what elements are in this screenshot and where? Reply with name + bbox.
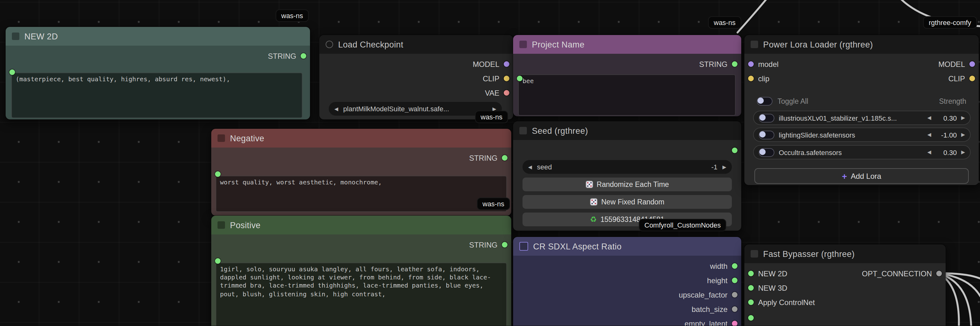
output-dot-string[interactable]: [502, 155, 508, 161]
dice-icon: [585, 181, 593, 188]
collapse-icon[interactable]: [519, 41, 527, 48]
strength-decrease-arrow[interactable]: ◀: [927, 115, 931, 121]
strength-increase-arrow[interactable]: ▶: [961, 115, 965, 121]
lora-strength-value[interactable]: 0.30: [935, 148, 957, 156]
input-dot-text[interactable]: [517, 76, 522, 81]
combo-next-arrow[interactable]: ▶: [722, 164, 726, 170]
node-header[interactable]: Project Name: [513, 35, 741, 54]
input-dot-clip[interactable]: [748, 76, 754, 81]
node-cr-sdxl-aspect-ratio[interactable]: CR SDXL Aspect Ratio width height upscal…: [512, 236, 742, 326]
input-dot-text[interactable]: [10, 69, 15, 75]
slot-label: STRING: [469, 240, 498, 249]
lora-toggle[interactable]: [759, 130, 775, 139]
input-dot-apply-controlnet[interactable]: [748, 299, 754, 305]
node-seed-rgthree[interactable]: Seed (rgthree) ◀ seed -1 ▶: [512, 121, 742, 231]
output-dot-string[interactable]: [732, 61, 738, 67]
node-body: ◀ seed -1 ▶ Randomize Each Time: [513, 140, 741, 231]
input-dot-text[interactable]: [215, 171, 221, 177]
wire[interactable]: [738, 0, 769, 32]
output-dot-empty-latent[interactable]: [732, 321, 738, 326]
new-fixed-random-button[interactable]: New Fixed Random: [522, 195, 732, 209]
seed-combo[interactable]: ◀ seed -1 ▶: [522, 160, 732, 174]
node-body: MODEL CLIP VAE ◀ plantMilkModelSuite_wal…: [320, 54, 513, 119]
output-dot-vae[interactable]: [504, 90, 509, 95]
node-header[interactable]: Positive: [211, 216, 511, 234]
node-header[interactable]: Fast Bypasser (rgthree): [745, 245, 946, 263]
slot-row-model: model MODEL: [745, 57, 979, 71]
node-project-name[interactable]: Project Name STRING bee: [512, 34, 742, 117]
lora-strength-value[interactable]: 0.30: [935, 114, 957, 122]
node-positive-prompt[interactable]: Positive STRING 1girl, solo, souryuu asu…: [211, 215, 512, 326]
project-name-textarea[interactable]: bee: [518, 75, 736, 116]
node-title: Fast Bypasser (rgthree): [763, 249, 855, 259]
strength-increase-arrow[interactable]: ▶: [961, 149, 965, 155]
lora-row[interactable]: lightingSlider.safetensors ◀ -1.00 ▶: [753, 127, 970, 142]
node-new-2d[interactable]: NEW 2D STRING (masterpiece, best quality…: [5, 26, 310, 120]
collapse-icon[interactable]: [12, 32, 19, 40]
lora-name[interactable]: Occultra.safetensors: [779, 148, 923, 156]
node-power-lora-loader[interactable]: Power Lora Loader (rgthree) model MODEL …: [744, 34, 979, 186]
collapse-icon[interactable]: [218, 221, 225, 229]
slot-label: STRING: [268, 52, 296, 60]
node-header[interactable]: Power Lora Loader (rgthree): [745, 35, 979, 54]
collapse-icon[interactable]: [519, 242, 528, 251]
output-dot-model[interactable]: [504, 61, 509, 67]
collapse-icon[interactable]: [326, 41, 333, 48]
collapse-icon[interactable]: [751, 250, 758, 258]
node-header[interactable]: Load Checkpoint: [320, 35, 513, 54]
graph-canvas[interactable]: NEW 2D STRING (masterpiece, best quality…: [0, 0, 980, 326]
input-dot-extra[interactable]: [748, 315, 754, 321]
lora-name[interactable]: lightingSlider.safetensors: [779, 131, 923, 138]
output-dot-string[interactable]: [301, 53, 306, 59]
input-dot-new-3d[interactable]: [748, 285, 754, 291]
output-dot-batch-size[interactable]: [732, 306, 738, 312]
collapse-icon[interactable]: [751, 41, 758, 48]
output-dot-width[interactable]: [732, 263, 738, 269]
lora-strength-value[interactable]: -1.00: [935, 131, 957, 138]
strength-decrease-arrow[interactable]: ◀: [927, 149, 931, 155]
input-dot-text[interactable]: [215, 258, 221, 264]
output-dot-height[interactable]: [732, 278, 738, 283]
output-dot-clip[interactable]: [504, 76, 509, 81]
positive-prompt-textarea[interactable]: 1girl, solo, souryuu asuka langley, all …: [216, 262, 507, 326]
lora-row[interactable]: Occultra.safetensors ◀ 0.30 ▶: [753, 145, 970, 159]
node-body: STRING 1girl, solo, souryuu asuka langle…: [211, 234, 511, 326]
collapse-icon[interactable]: [519, 127, 527, 134]
node-fast-bypasser[interactable]: Fast Bypasser (rgthree) NEW 2D OPT_CONNE…: [744, 244, 946, 326]
output-slot-model: MODEL: [320, 57, 513, 71]
strength-decrease-arrow[interactable]: ◀: [927, 132, 931, 138]
lora-name[interactable]: illustriousXLv01_stabilizer_v1.185c.s...: [779, 114, 923, 122]
randomize-each-time-button[interactable]: Randomize Each Time: [522, 178, 732, 191]
node-header[interactable]: Negative: [211, 129, 511, 148]
button-label: New Fixed Random: [601, 198, 664, 206]
input-dot-new-2d[interactable]: [748, 271, 754, 276]
node-header[interactable]: NEW 2D: [6, 27, 310, 46]
node-negative-prompt[interactable]: Negative STRING worst quality, worst aes…: [211, 128, 512, 216]
node-header[interactable]: CR SDXL Aspect Ratio: [513, 237, 741, 256]
output-dot-model[interactable]: [969, 61, 975, 67]
toggle-all-row: Toggle All Strength: [757, 95, 966, 107]
add-lora-button[interactable]: + Add Lora: [754, 168, 969, 184]
node-header[interactable]: Seed (rgthree): [513, 121, 741, 140]
output-dot-clip[interactable]: [969, 76, 975, 81]
strength-increase-arrow[interactable]: ▶: [961, 132, 965, 138]
node-title: Positive: [230, 220, 261, 230]
node-body: STRING bee: [513, 54, 741, 116]
lora-row[interactable]: illustriousXLv01_stabilizer_v1.185c.s...…: [753, 111, 970, 125]
slot-row-apply-controlnet: Apply ControlNet: [745, 295, 946, 309]
output-dot-upscale-factor[interactable]: [732, 292, 738, 297]
output-dot-opt-connection[interactable]: [936, 271, 942, 276]
node-load-checkpoint[interactable]: Load Checkpoint MODEL CLIP VAE ◀ plantMi…: [319, 34, 514, 120]
combo-prev-arrow[interactable]: ◀: [334, 106, 338, 111]
input-dot-model[interactable]: [748, 61, 754, 67]
prompt-textarea[interactable]: (masterpiece, best quality, highres, abs…: [11, 73, 302, 118]
combo-prev-arrow[interactable]: ◀: [528, 164, 532, 170]
output-dot-string[interactable]: [502, 242, 508, 248]
negative-prompt-textarea[interactable]: worst quality, worst aesthetic, monochro…: [216, 176, 507, 212]
collapse-icon[interactable]: [218, 134, 225, 142]
output-slot-seed: [513, 143, 741, 157]
lora-toggle[interactable]: [759, 148, 775, 157]
output-dot-seed[interactable]: [732, 148, 738, 153]
toggle-all-switch[interactable]: [757, 97, 773, 106]
lora-toggle[interactable]: [759, 113, 775, 122]
